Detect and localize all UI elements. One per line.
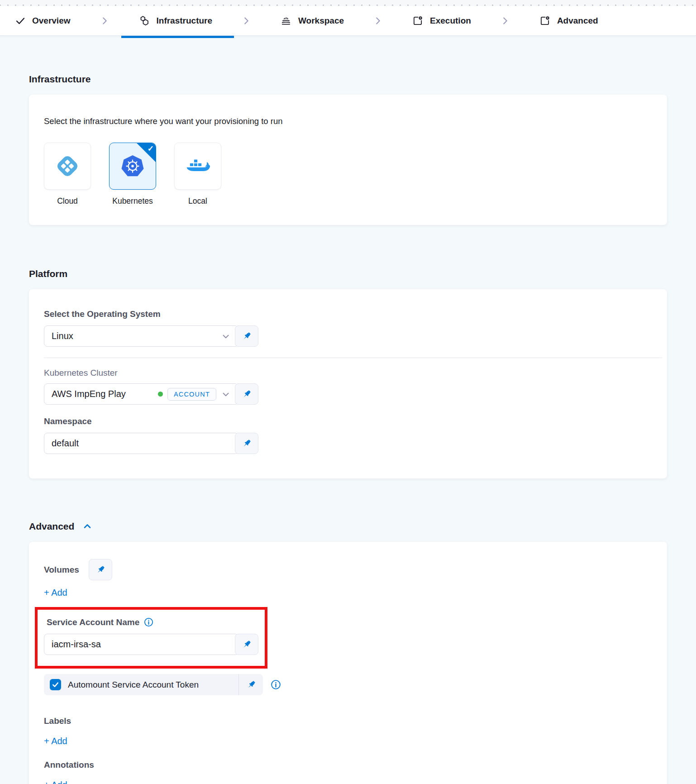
cluster-select-value: AWS ImpEng Play: [52, 389, 126, 399]
tab-workspace[interactable]: Workspace: [264, 6, 360, 35]
pin-icon: [241, 639, 252, 650]
platform-section-heading: Platform: [29, 268, 667, 279]
namespace-input[interactable]: [44, 433, 238, 454]
add-annotation-link[interactable]: + Add: [44, 780, 67, 784]
pin-icon: [246, 679, 257, 690]
advanced-card: Volumes + Add Service Account: [29, 542, 667, 784]
tab-infrastructure-label: Infrastructure: [157, 16, 213, 26]
stack-icon: [280, 15, 292, 27]
selected-check-icon: ✓: [148, 144, 154, 153]
wizard-tab-bar: Overview Infrastructure Workspace: [0, 6, 696, 36]
tab-execution[interactable]: Execution: [396, 6, 487, 35]
pin-icon: [95, 564, 106, 575]
infrastructure-section-heading: Infrastructure: [29, 74, 667, 85]
automount-toggle-box: Automount Service Account Token: [44, 674, 263, 695]
hexagons-icon: [138, 15, 150, 27]
connector-status-dot: [158, 392, 163, 397]
service-account-input[interactable]: [44, 634, 238, 655]
service-account-field-label: Service Account Name: [47, 617, 261, 627]
annotations-field-label: Annotations: [44, 760, 652, 770]
automount-checkbox[interactable]: [50, 679, 61, 690]
chevron-right-icon: [487, 16, 523, 26]
os-select[interactable]: Linux: [44, 325, 238, 347]
os-pin-button[interactable]: [235, 325, 258, 347]
namespace-pin-button[interactable]: [235, 433, 258, 454]
infra-option-label: Cloud: [57, 196, 78, 206]
chevron-right-icon: [360, 16, 396, 26]
infra-option-label: Kubernetes: [112, 196, 153, 206]
infrastructure-card: Select the infrastructure where you want…: [29, 95, 667, 225]
kubernetes-logo-icon: [120, 153, 145, 179]
cluster-field-label: Kubernetes Cluster: [44, 368, 652, 378]
add-volume-link[interactable]: + Add: [44, 588, 67, 598]
tab-overview[interactable]: Overview: [0, 6, 87, 35]
namespace-field-label: Namespace: [44, 416, 652, 426]
pin-icon: [241, 389, 252, 400]
os-select-value: Linux: [52, 331, 73, 341]
info-icon[interactable]: [270, 679, 281, 690]
top-dotted-strip: [0, 0, 696, 6]
advanced-section-heading: Advanced: [29, 521, 74, 532]
tab-overview-label: Overview: [32, 16, 71, 26]
scope-badge: ACCOUNT: [167, 388, 216, 401]
infra-option-local[interactable]: Local: [174, 143, 221, 206]
cluster-pin-button[interactable]: [235, 383, 258, 405]
frame-gear-icon: [539, 15, 551, 27]
platform-divider: [44, 358, 662, 358]
infrastructure-description: Select the infrastructure where you want…: [44, 116, 652, 126]
chevron-down-icon: [221, 389, 231, 399]
frame-gear-icon: [412, 15, 424, 27]
os-field-label: Select the Operating System: [44, 309, 652, 319]
add-label-link[interactable]: + Add: [44, 736, 67, 746]
tab-workspace-label: Workspace: [298, 16, 344, 26]
volumes-pin-button[interactable]: [89, 559, 112, 580]
tab-advanced-label: Advanced: [557, 16, 598, 26]
cluster-select[interactable]: AWS ImpEng Play ACCOUNT: [44, 383, 238, 405]
infra-option-cloud[interactable]: Cloud: [44, 143, 91, 206]
chevron-right-icon: [87, 16, 122, 26]
automount-label: Automount Service Account Token: [68, 680, 199, 690]
infra-option-kubernetes[interactable]: ✓ Kubernetes: [109, 143, 156, 206]
service-account-pin-button[interactable]: [235, 634, 258, 655]
infrastructure-options: Cloud ✓: [44, 143, 652, 206]
volumes-field-label: Volumes: [44, 565, 79, 575]
tab-advanced[interactable]: Advanced: [523, 6, 615, 35]
platform-card: Select the Operating System Linux: [29, 289, 667, 478]
automount-pin-button[interactable]: [238, 674, 263, 695]
infra-option-label: Local: [188, 196, 207, 206]
tab-execution-label: Execution: [430, 16, 471, 26]
service-account-highlight-box: Service Account Name: [35, 607, 267, 669]
docker-whale-icon: [185, 156, 211, 177]
labels-field-label: Labels: [44, 716, 652, 726]
chevron-down-icon: [221, 331, 231, 341]
chevron-right-icon: [229, 16, 264, 26]
cloud-logo-icon: [55, 153, 80, 179]
pin-icon: [241, 331, 252, 342]
tab-infrastructure[interactable]: Infrastructure: [122, 6, 229, 35]
info-icon[interactable]: [143, 617, 154, 627]
collapse-chevron-up-icon[interactable]: [82, 521, 93, 532]
check-icon: [15, 15, 26, 26]
pin-icon: [241, 438, 252, 449]
